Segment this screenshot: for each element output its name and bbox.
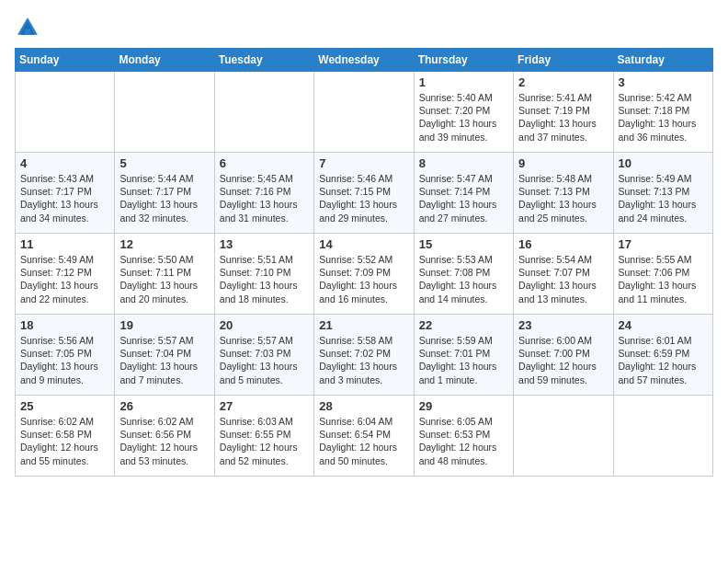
col-header-tuesday: Tuesday	[214, 49, 313, 72]
day-detail: Sunrise: 5:59 AMSunset: 7:01 PMDaylight:…	[419, 334, 508, 386]
day-number: 15	[419, 237, 508, 251]
day-detail: Sunrise: 5:56 AMSunset: 7:05 PMDaylight:…	[20, 334, 109, 386]
day-number: 29	[419, 399, 508, 413]
day-detail: Sunrise: 6:02 AMSunset: 6:56 PMDaylight:…	[119, 415, 209, 467]
day-number: 6	[220, 156, 309, 170]
calendar-cell: 25Sunrise: 6:02 AMSunset: 6:58 PMDayligh…	[16, 396, 115, 477]
day-detail: Sunrise: 5:43 AMSunset: 7:17 PMDaylight:…	[20, 172, 109, 224]
day-detail: Sunrise: 5:49 AMSunset: 7:12 PMDaylight:…	[20, 253, 109, 305]
calendar-cell: 19Sunrise: 5:57 AMSunset: 7:04 PMDayligh…	[115, 315, 214, 396]
calendar-cell	[214, 72, 313, 153]
calendar-cell: 27Sunrise: 6:03 AMSunset: 6:55 PMDayligh…	[214, 396, 313, 477]
col-header-wednesday: Wednesday	[314, 49, 414, 72]
day-detail: Sunrise: 6:05 AMSunset: 6:53 PMDaylight:…	[419, 415, 508, 467]
day-detail: Sunrise: 5:41 AMSunset: 7:19 PMDaylight:…	[518, 91, 608, 144]
col-header-sunday: Sunday	[16, 49, 115, 72]
calendar-cell: 8Sunrise: 5:47 AMSunset: 7:14 PMDaylight…	[414, 153, 513, 234]
day-detail: Sunrise: 5:40 AMSunset: 7:20 PMDaylight:…	[419, 91, 508, 144]
calendar-cell	[613, 396, 712, 477]
calendar-cell	[16, 72, 115, 153]
calendar-cell: 21Sunrise: 5:58 AMSunset: 7:02 PMDayligh…	[314, 315, 414, 396]
day-number: 20	[220, 318, 309, 332]
calendar-cell: 14Sunrise: 5:52 AMSunset: 7:09 PMDayligh…	[314, 234, 414, 315]
calendar-cell: 13Sunrise: 5:51 AMSunset: 7:10 PMDayligh…	[214, 234, 313, 315]
day-detail: Sunrise: 5:47 AMSunset: 7:14 PMDaylight:…	[419, 172, 508, 224]
day-number: 5	[119, 156, 209, 170]
day-detail: Sunrise: 6:03 AMSunset: 6:55 PMDaylight:…	[220, 415, 309, 467]
calendar-cell	[514, 396, 613, 477]
calendar-cell: 7Sunrise: 5:46 AMSunset: 7:15 PMDaylight…	[314, 153, 414, 234]
day-detail: Sunrise: 6:01 AMSunset: 6:59 PMDaylight:…	[619, 334, 708, 386]
day-detail: Sunrise: 6:04 AMSunset: 6:54 PMDaylight:…	[319, 415, 408, 467]
day-number: 3	[619, 75, 708, 89]
calendar-cell: 29Sunrise: 6:05 AMSunset: 6:53 PMDayligh…	[414, 396, 513, 477]
calendar-cell: 16Sunrise: 5:54 AMSunset: 7:07 PMDayligh…	[514, 234, 613, 315]
page-header	[15, 15, 713, 40]
day-number: 4	[20, 156, 109, 170]
day-detail: Sunrise: 6:00 AMSunset: 7:00 PMDaylight:…	[518, 334, 608, 386]
col-header-thursday: Thursday	[414, 49, 513, 72]
day-number: 22	[419, 318, 508, 332]
day-number: 13	[220, 237, 309, 251]
day-detail: Sunrise: 5:46 AMSunset: 7:15 PMDaylight:…	[319, 172, 408, 224]
col-header-monday: Monday	[115, 49, 214, 72]
calendar-cell: 22Sunrise: 5:59 AMSunset: 7:01 PMDayligh…	[414, 315, 513, 396]
day-number: 27	[220, 399, 309, 413]
day-detail: Sunrise: 5:54 AMSunset: 7:07 PMDaylight:…	[518, 253, 608, 305]
day-detail: Sunrise: 5:52 AMSunset: 7:09 PMDaylight:…	[319, 253, 408, 305]
day-detail: Sunrise: 5:50 AMSunset: 7:11 PMDaylight:…	[119, 253, 209, 305]
day-number: 11	[20, 237, 109, 251]
calendar-cell: 11Sunrise: 5:49 AMSunset: 7:12 PMDayligh…	[16, 234, 115, 315]
day-number: 17	[619, 237, 708, 251]
col-header-friday: Friday	[514, 49, 613, 72]
calendar-cell	[314, 72, 414, 153]
calendar-week-5: 25Sunrise: 6:02 AMSunset: 6:58 PMDayligh…	[16, 396, 713, 477]
logo-icon	[15, 15, 40, 40]
day-number: 16	[518, 237, 608, 251]
day-number: 21	[319, 318, 408, 332]
calendar-cell: 6Sunrise: 5:45 AMSunset: 7:16 PMDaylight…	[214, 153, 313, 234]
day-detail: Sunrise: 5:53 AMSunset: 7:08 PMDaylight:…	[419, 253, 508, 305]
calendar-cell: 18Sunrise: 5:56 AMSunset: 7:05 PMDayligh…	[16, 315, 115, 396]
day-detail: Sunrise: 5:49 AMSunset: 7:13 PMDaylight:…	[619, 172, 708, 224]
day-number: 24	[619, 318, 708, 332]
calendar-cell: 12Sunrise: 5:50 AMSunset: 7:11 PMDayligh…	[115, 234, 214, 315]
day-detail: Sunrise: 5:51 AMSunset: 7:10 PMDaylight:…	[220, 253, 309, 305]
day-number: 1	[419, 75, 508, 89]
day-number: 28	[319, 399, 408, 413]
calendar-week-1: 1Sunrise: 5:40 AMSunset: 7:20 PMDaylight…	[16, 72, 713, 153]
calendar-cell: 17Sunrise: 5:55 AMSunset: 7:06 PMDayligh…	[613, 234, 712, 315]
day-number: 25	[20, 399, 109, 413]
calendar-cell: 28Sunrise: 6:04 AMSunset: 6:54 PMDayligh…	[314, 396, 414, 477]
day-number: 23	[518, 318, 608, 332]
day-number: 12	[119, 237, 209, 251]
day-number: 26	[119, 399, 209, 413]
day-number: 8	[419, 156, 508, 170]
calendar-cell: 4Sunrise: 5:43 AMSunset: 7:17 PMDaylight…	[16, 153, 115, 234]
calendar-cell	[115, 72, 214, 153]
day-number: 7	[319, 156, 408, 170]
day-number: 14	[319, 237, 408, 251]
calendar-week-4: 18Sunrise: 5:56 AMSunset: 7:05 PMDayligh…	[16, 315, 713, 396]
day-detail: Sunrise: 5:45 AMSunset: 7:16 PMDaylight:…	[220, 172, 309, 224]
calendar-cell: 15Sunrise: 5:53 AMSunset: 7:08 PMDayligh…	[414, 234, 513, 315]
day-detail: Sunrise: 5:42 AMSunset: 7:18 PMDaylight:…	[619, 91, 708, 144]
calendar-cell: 1Sunrise: 5:40 AMSunset: 7:20 PMDaylight…	[414, 72, 513, 153]
calendar-cell: 20Sunrise: 5:57 AMSunset: 7:03 PMDayligh…	[214, 315, 313, 396]
calendar-cell: 10Sunrise: 5:49 AMSunset: 7:13 PMDayligh…	[613, 153, 712, 234]
calendar-week-3: 11Sunrise: 5:49 AMSunset: 7:12 PMDayligh…	[16, 234, 713, 315]
calendar-table: SundayMondayTuesdayWednesdayThursdayFrid…	[15, 48, 713, 477]
calendar-cell: 24Sunrise: 6:01 AMSunset: 6:59 PMDayligh…	[613, 315, 712, 396]
calendar-cell: 2Sunrise: 5:41 AMSunset: 7:19 PMDaylight…	[514, 72, 613, 153]
day-detail: Sunrise: 6:02 AMSunset: 6:58 PMDaylight:…	[20, 415, 109, 467]
day-detail: Sunrise: 5:57 AMSunset: 7:03 PMDaylight:…	[220, 334, 309, 386]
day-detail: Sunrise: 5:58 AMSunset: 7:02 PMDaylight:…	[319, 334, 408, 386]
calendar-cell: 3Sunrise: 5:42 AMSunset: 7:18 PMDaylight…	[613, 72, 712, 153]
day-number: 18	[20, 318, 109, 332]
day-number: 2	[518, 75, 608, 89]
day-number: 9	[518, 156, 608, 170]
day-detail: Sunrise: 5:55 AMSunset: 7:06 PMDaylight:…	[619, 253, 708, 305]
calendar-header-row: SundayMondayTuesdayWednesdayThursdayFrid…	[16, 49, 713, 72]
day-detail: Sunrise: 5:48 AMSunset: 7:13 PMDaylight:…	[518, 172, 608, 224]
calendar-week-2: 4Sunrise: 5:43 AMSunset: 7:17 PMDaylight…	[16, 153, 713, 234]
